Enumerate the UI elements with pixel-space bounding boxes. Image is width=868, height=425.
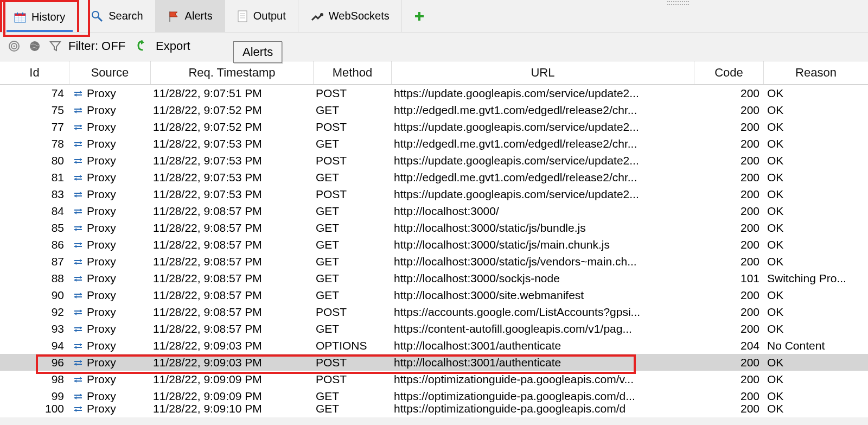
cell-source: Proxy bbox=[69, 104, 151, 117]
table-row[interactable]: 80Proxy11/28/22, 9:07:53 PMPOSThttps://u… bbox=[0, 152, 868, 169]
cell-source: Proxy bbox=[69, 171, 151, 184]
cell-timestamp: 11/28/22, 9:07:52 PM bbox=[151, 120, 314, 134]
cell-method: GET bbox=[314, 404, 392, 415]
tab-search[interactable]: Search bbox=[79, 0, 155, 32]
cell-method: POST bbox=[314, 154, 392, 167]
tab-alerts[interactable]: Alerts bbox=[156, 0, 225, 32]
cell-code: 200 bbox=[694, 87, 764, 100]
tab-add[interactable] bbox=[402, 0, 437, 32]
cell-id: 92 bbox=[0, 306, 69, 319]
tab-search-label: Search bbox=[108, 10, 143, 22]
svg-marker-29 bbox=[74, 110, 76, 113]
cell-timestamp: 11/28/22, 9:09:03 PM bbox=[151, 339, 314, 352]
table-row[interactable]: 100Proxy11/28/22, 9:09:10 PMGEThttps://o… bbox=[0, 404, 868, 417]
tab-history[interactable]: History bbox=[0, 0, 79, 32]
cell-url: https://optimizationguide-pa.googleapis.… bbox=[392, 404, 694, 415]
cell-method: POST bbox=[314, 306, 392, 319]
globe-button[interactable] bbox=[27, 39, 42, 54]
toolbar: Filter: OFF Export Alerts bbox=[0, 33, 868, 61]
col-code[interactable]: Code bbox=[694, 61, 764, 84]
cell-id: 100 bbox=[0, 404, 69, 415]
cell-code: 200 bbox=[694, 120, 764, 134]
tab-output[interactable]: Output bbox=[225, 0, 298, 32]
cell-method: GET bbox=[314, 255, 392, 268]
target-button[interactable] bbox=[7, 39, 22, 54]
cell-timestamp: 11/28/22, 9:09:03 PM bbox=[151, 356, 314, 369]
cell-id: 98 bbox=[0, 373, 69, 386]
cell-reason: Switching Pro... bbox=[764, 272, 868, 285]
cell-reason: OK bbox=[764, 137, 868, 150]
cell-url: http://localhost:3001/authenticate bbox=[392, 339, 694, 352]
cell-code: 200 bbox=[694, 238, 764, 251]
table-row[interactable]: 74Proxy11/28/22, 9:07:51 PMPOSThttps://u… bbox=[0, 85, 868, 102]
table-row[interactable]: 93Proxy11/28/22, 9:08:57 PMGEThttps://co… bbox=[0, 320, 868, 337]
cell-code: 200 bbox=[694, 356, 764, 369]
proxy-arrow-icon bbox=[73, 342, 84, 349]
cell-source: Proxy bbox=[69, 339, 151, 352]
table-row[interactable]: 88Proxy11/28/22, 9:08:57 PMGEThttp://loc… bbox=[0, 270, 868, 287]
cell-id: 74 bbox=[0, 87, 69, 100]
cell-id: 94 bbox=[0, 339, 69, 352]
table-row[interactable]: 87Proxy11/28/22, 9:08:57 PMGEThttp://loc… bbox=[0, 253, 868, 270]
proxy-arrow-icon bbox=[73, 242, 84, 248]
filter-button[interactable] bbox=[48, 39, 63, 54]
table-row[interactable]: 81Proxy11/28/22, 9:07:53 PMGEThttp://edg… bbox=[0, 169, 868, 186]
col-method[interactable]: Method bbox=[314, 61, 392, 84]
cell-code: 200 bbox=[694, 404, 764, 415]
col-timestamp[interactable]: Req. Timestamp bbox=[151, 61, 314, 84]
cell-url: http://edgedl.me.gvt1.com/edgedl/release… bbox=[392, 104, 694, 117]
col-source[interactable]: Source bbox=[69, 61, 151, 84]
search-icon bbox=[91, 10, 103, 22]
cell-reason: No Content bbox=[764, 339, 868, 352]
cell-timestamp: 11/28/22, 9:08:57 PM bbox=[151, 306, 314, 319]
table-row[interactable]: 90Proxy11/28/22, 9:08:57 PMGEThttp://loc… bbox=[0, 287, 868, 303]
cell-source: Proxy bbox=[69, 154, 151, 167]
col-url[interactable]: URL bbox=[392, 61, 694, 84]
table-row[interactable]: 78Proxy11/28/22, 9:07:53 PMGEThttp://edg… bbox=[0, 135, 868, 152]
svg-marker-31 bbox=[80, 124, 82, 128]
cell-source: Proxy bbox=[69, 356, 151, 369]
grip-handle[interactable] bbox=[667, 1, 689, 5]
svg-marker-79 bbox=[80, 326, 82, 329]
tab-websockets[interactable]: WebSockets bbox=[298, 0, 402, 32]
tab-bar: History Search Alerts Output WebSockets bbox=[0, 0, 868, 33]
cell-url: http://localhost:3000/static/js/bundle.j… bbox=[392, 221, 694, 234]
table-row[interactable]: 86Proxy11/28/22, 9:08:57 PMGEThttp://loc… bbox=[0, 236, 868, 253]
calendar-icon bbox=[14, 12, 26, 23]
table-row[interactable]: 77Proxy11/28/22, 9:07:52 PMPOSThttps://u… bbox=[0, 118, 868, 135]
proxy-arrow-icon bbox=[73, 258, 84, 265]
tab-output-label: Output bbox=[253, 10, 286, 22]
plus-icon bbox=[414, 11, 425, 22]
cell-timestamp: 11/28/22, 9:08:57 PM bbox=[151, 221, 314, 234]
table-row[interactable]: 96Proxy11/28/22, 9:09:03 PMPOSThttp://lo… bbox=[0, 354, 868, 371]
alerts-tooltip: Alerts bbox=[233, 41, 282, 63]
table-row[interactable]: 94Proxy11/28/22, 9:09:03 PMOPTIONShttp:/… bbox=[0, 337, 868, 354]
svg-marker-101 bbox=[74, 409, 76, 412]
table-row[interactable]: 84Proxy11/28/22, 9:08:57 PMGEThttp://loc… bbox=[0, 202, 868, 219]
export-button[interactable] bbox=[135, 39, 150, 54]
cell-code: 200 bbox=[694, 390, 764, 403]
table-row[interactable]: 99Proxy11/28/22, 9:09:09 PMGEThttps://op… bbox=[0, 388, 868, 404]
cell-source: Proxy bbox=[69, 373, 151, 386]
cell-id: 81 bbox=[0, 171, 69, 184]
cell-id: 99 bbox=[0, 390, 69, 403]
cell-timestamp: 11/28/22, 9:09:09 PM bbox=[151, 390, 314, 403]
table-row[interactable]: 92Proxy11/28/22, 9:08:57 PMPOSThttps://a… bbox=[0, 303, 868, 320]
table-row[interactable]: 98Proxy11/28/22, 9:09:09 PMPOSThttps://o… bbox=[0, 371, 868, 388]
cell-id: 87 bbox=[0, 255, 69, 268]
cell-reason: OK bbox=[764, 104, 868, 117]
cell-source: Proxy bbox=[69, 404, 151, 415]
col-id[interactable]: Id bbox=[0, 61, 69, 84]
table-row[interactable]: 75Proxy11/28/22, 9:07:52 PMGEThttp://edg… bbox=[0, 102, 868, 118]
cell-url: http://localhost:3000/ bbox=[392, 205, 694, 218]
proxy-arrow-icon bbox=[73, 292, 84, 299]
cell-method: OPTIONS bbox=[314, 339, 392, 352]
cell-reason: OK bbox=[764, 373, 868, 386]
svg-marker-53 bbox=[74, 211, 76, 214]
export-label: Export bbox=[156, 39, 190, 53]
table-row[interactable]: 83Proxy11/28/22, 9:07:53 PMPOSThttps://u… bbox=[0, 186, 868, 202]
col-reason[interactable]: Reason bbox=[764, 61, 868, 84]
cell-code: 200 bbox=[694, 306, 764, 319]
svg-marker-59 bbox=[80, 242, 82, 245]
table-row[interactable]: 85Proxy11/28/22, 9:08:57 PMGEThttp://loc… bbox=[0, 219, 868, 236]
